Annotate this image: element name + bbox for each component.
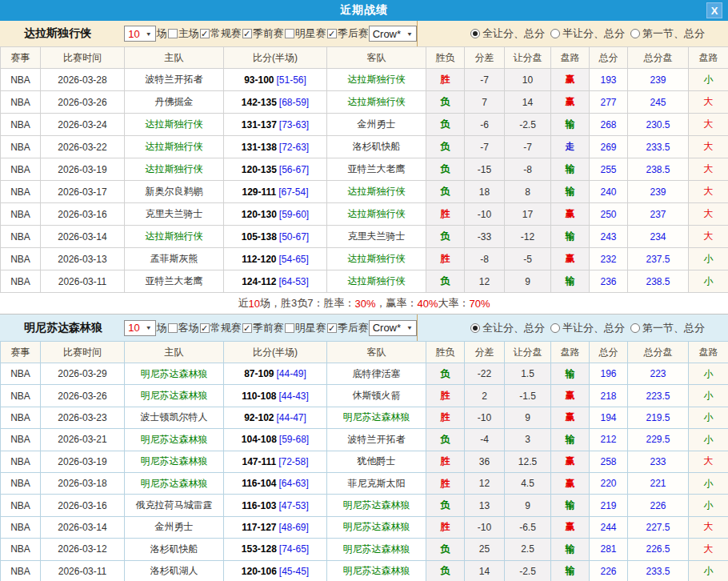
filter-checkbox[interactable]: ✓常规赛 [200,321,242,335]
radio-option[interactable]: 半让分、总分 [550,26,625,41]
filter-checkbox[interactable]: ✓季前赛 [242,26,284,41]
handicap-line-cell: 8 [505,181,551,203]
outcome-cell: 负 [426,181,465,203]
ou-result-cell: 小 [689,363,728,385]
filter-checkbox[interactable]: ✓季前赛 [242,321,284,335]
total-line-cell[interactable]: 238.5 [628,270,689,293]
total-points-cell[interactable]: 212 [590,429,628,451]
total-points-cell[interactable]: 219 [590,495,628,516]
total-line-cell[interactable]: 233 [628,451,689,472]
date-cell: 2026-03-14 [41,516,125,538]
away-team-cell: 洛杉矶快船 [327,136,426,158]
filter-checkbox[interactable]: ✓季后赛 [327,26,369,41]
total-line-cell[interactable]: 223 [628,363,689,385]
home-team-cell: 新奥尔良鹈鹕 [125,181,224,203]
final-score: 92-102 [244,412,274,423]
total-points-cell[interactable]: 243 [590,226,628,248]
total-points-cell[interactable]: 236 [590,270,628,293]
total-line-cell[interactable]: 245 [628,91,689,114]
total-points-cell[interactable]: 268 [590,114,628,136]
event-cell: NBA [1,181,41,203]
handicap-line-cell: -2.5 [505,560,551,581]
point-diff-cell: -10 [465,203,505,226]
close-button[interactable]: X [706,2,722,18]
total-line-cell[interactable]: 227.5 [628,516,689,538]
total-line-cell[interactable]: 233.5 [628,560,689,581]
score-cell: 120-135[56-67] [224,158,327,181]
total-points-cell[interactable]: 196 [590,363,628,385]
event-cell: NBA [1,407,41,428]
final-score: 116-104 [242,478,276,489]
checkbox-unchecked-icon [168,323,178,333]
total-line-cell[interactable]: 237 [628,203,689,226]
away-team-cell: 底特律活塞 [327,363,426,385]
total-points-cell[interactable]: 220 [590,472,628,494]
radio-option[interactable]: 第一节、总分 [630,26,705,41]
filter-bar: 达拉斯独行侠10▼场主场✓常规赛✓季前赛明星赛✓季后赛Crow*▼全让分、总分半… [0,21,728,46]
radio-option[interactable]: 半让分、总分 [550,321,625,335]
total-line-cell[interactable]: 230.5 [628,114,689,136]
total-points-cell[interactable]: 250 [590,203,628,226]
ou-result-cell: 小 [689,429,728,451]
away-team-cell: 达拉斯独行侠 [327,203,426,226]
total-line-cell[interactable]: 226 [628,495,689,516]
total-points-cell[interactable]: 244 [590,516,628,538]
total-points-cell[interactable]: 277 [590,91,628,114]
date-cell: 2026-03-19 [41,451,125,472]
date-cell: 2026-03-13 [41,248,125,270]
radio-option[interactable]: 第一节、总分 [630,321,705,335]
filter-checkbox[interactable]: 明星赛 [285,26,326,41]
point-diff-cell: 12 [465,472,505,494]
total-points-cell[interactable]: 240 [590,181,628,203]
total-points-cell[interactable]: 269 [590,136,628,158]
filter-checkbox[interactable]: 客场 [168,321,199,335]
event-cell: NBA [1,226,41,248]
total-line-cell[interactable]: 233.5 [628,136,689,158]
point-diff-cell: 14 [465,560,505,581]
games-count-select[interactable]: 10▼ [124,26,155,42]
total-points-cell[interactable]: 194 [590,407,628,428]
event-cell: NBA [1,158,41,181]
total-points-cell[interactable]: 281 [590,539,628,560]
total-points-cell[interactable]: 218 [590,385,628,407]
games-count-select[interactable]: 10▼ [124,320,155,336]
bookmaker-select[interactable]: Crow*▼ [369,26,417,42]
section-dallas-mavericks: 达拉斯独行侠10▼场主场✓常规赛✓季前赛明星赛✓季后赛Crow*▼全让分、总分半… [0,21,728,315]
total-line-cell[interactable]: 238.5 [628,158,689,181]
total-points-cell[interactable]: 226 [590,560,628,581]
total-points-cell[interactable]: 232 [590,248,628,270]
games-suffix-label: 场 [157,26,167,41]
home-team-cell: 洛杉矶快船 [125,539,224,560]
total-points-cell[interactable]: 193 [590,69,628,91]
score-cell: 124-112[64-53] [224,270,327,293]
total-line-cell[interactable]: 229.5 [628,429,689,451]
filter-checkbox[interactable]: ✓季后赛 [327,321,369,335]
total-line-cell[interactable]: 239 [628,181,689,203]
filter-checkbox[interactable]: 主场 [168,26,199,41]
total-line-cell[interactable]: 239 [628,69,689,91]
filter-checkbox[interactable]: 明星赛 [285,321,326,335]
total-line-cell[interactable]: 234 [628,226,689,248]
away-team-cell: 明尼苏达森林狼 [327,516,426,538]
final-score: 120-130 [242,209,277,220]
point-diff-cell: 13 [465,495,505,516]
half-score: [56-67] [279,164,309,175]
total-line-cell[interactable]: 223.5 [628,385,689,407]
total-line-cell[interactable]: 226.5 [628,539,689,560]
total-points-cell[interactable]: 255 [590,158,628,181]
total-line-cell[interactable]: 237.5 [628,248,689,270]
handicap-result-cell: 走 [551,136,590,158]
chevron-down-icon: ▼ [146,30,152,37]
match-row: NBA2026-03-19达拉斯独行侠120-135[56-67]亚特兰大老鹰负… [1,158,728,181]
radio-option[interactable]: 全让分、总分 [470,321,545,335]
total-line-cell[interactable]: 221 [628,472,689,494]
match-row: NBA2026-03-24达拉斯独行侠131-137[73-63]金州勇士负-6… [1,114,728,136]
bookmaker-select[interactable]: Crow*▼ [369,320,417,336]
filter-checkbox[interactable]: ✓常规赛 [200,26,242,41]
total-points-cell[interactable]: 258 [590,451,628,472]
total-line-cell[interactable]: 219.5 [628,407,689,428]
date-cell: 2026-03-26 [41,91,125,114]
radio-option[interactable]: 全让分、总分 [470,26,545,41]
outcome-cell: 负 [426,429,465,451]
away-team-cell: 犹他爵士 [327,451,426,472]
